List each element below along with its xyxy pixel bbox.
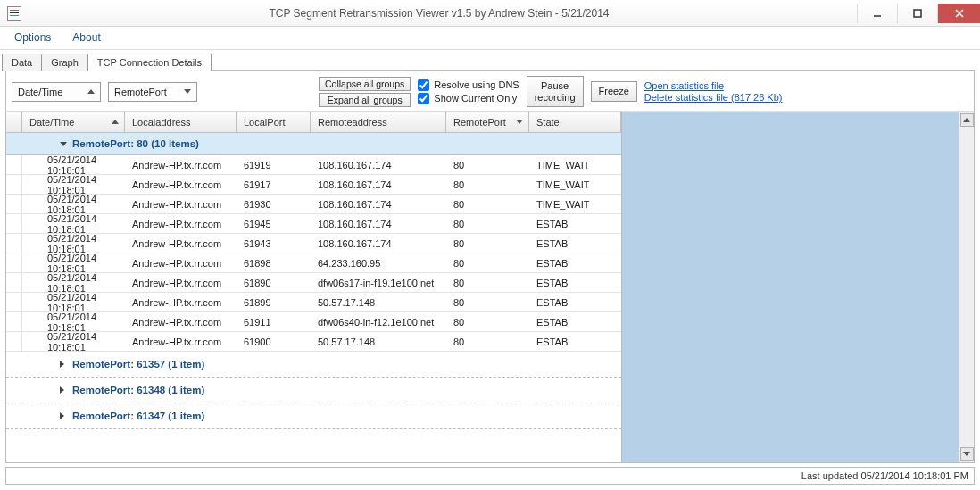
cell-state: TIME_WAIT <box>529 179 621 190</box>
current-only-checkbox-label[interactable]: Show Current Only <box>418 93 519 104</box>
cell-localport: 61899 <box>237 297 311 308</box>
table-row[interactable]: 05/21/2014 10:18:01Andrew-HP.tx.rr.com61… <box>6 195 621 214</box>
group-header-80[interactable]: RemotePort: 80 (10 items) <box>6 133 621 155</box>
cell-remoteaddress: 108.160.167.174 <box>311 160 446 170</box>
dns-checkbox[interactable] <box>418 79 429 91</box>
close-button[interactable] <box>937 4 980 23</box>
sort-field-2[interactable]: RemotePort <box>108 82 197 102</box>
cell-remoteaddress: 64.233.160.95 <box>311 258 446 269</box>
table-row[interactable]: 05/21/2014 10:18:01Andrew-HP.tx.rr.com61… <box>6 155 621 175</box>
cell-localport: 61900 <box>237 336 311 347</box>
window-title: TCP Segment Retransmission Viewer v1.5 b… <box>21 7 857 20</box>
cell-remoteport: 80 <box>446 317 529 328</box>
table-row[interactable]: 05/21/2014 10:18:01Andrew-HP.tx.rr.com61… <box>6 175 621 195</box>
cell-localaddress: Andrew-HP.tx.rr.com <box>125 278 237 288</box>
row-selector[interactable] <box>6 234 22 253</box>
row-selector[interactable] <box>6 293 22 311</box>
cell-remoteaddress: 50.57.17.148 <box>311 297 446 308</box>
cell-localaddress: Andrew-HP.tx.rr.com <box>125 258 237 269</box>
grid: Date/Time Localaddress LocalPort Remotea… <box>6 112 621 462</box>
menu-about[interactable]: About <box>62 27 111 49</box>
table-row[interactable]: 05/21/2014 10:18:01Andrew-HP.tx.rr.com61… <box>6 234 621 253</box>
freeze-button[interactable]: Freeze <box>591 81 637 102</box>
cell-state: ESTAB <box>529 297 621 308</box>
current-only-checkbox[interactable] <box>418 93 429 104</box>
scroll-up-button[interactable] <box>960 113 974 127</box>
cell-datetime: 05/21/2014 10:18:01 <box>22 253 125 274</box>
group-header-61347[interactable]: RemotePort: 61347 (1 item) <box>6 403 621 429</box>
toolbar-checks: Resolve using DNS Show Current Only <box>418 79 519 104</box>
statusbar: Last updated 05/21/2014 10:18:01 PM <box>5 467 975 485</box>
cell-localaddress: Andrew-HP.tx.rr.com <box>125 179 237 190</box>
col-remoteport[interactable]: RemotePort <box>446 112 529 132</box>
scrollbar[interactable] <box>959 112 974 462</box>
group-header-61357[interactable]: RemotePort: 61357 (1 item) <box>6 352 621 378</box>
cell-state: TIME_WAIT <box>529 160 621 170</box>
cell-datetime: 05/21/2014 10:18:01 <box>22 154 125 176</box>
collapse-all-button[interactable]: Collapse all groups <box>319 77 411 91</box>
cell-remoteport: 80 <box>446 297 529 308</box>
sort-field-1[interactable]: Date/Time <box>12 82 101 102</box>
table-row[interactable]: 05/21/2014 10:18:01Andrew-HP.tx.rr.com61… <box>6 293 621 312</box>
cell-localaddress: Andrew-HP.tx.rr.com <box>125 219 237 229</box>
col-state[interactable]: State <box>529 112 621 132</box>
table-row[interactable]: 05/21/2014 10:18:01Andrew-HP.tx.rr.com61… <box>6 273 621 293</box>
table-row[interactable]: 05/21/2014 10:18:01Andrew-HP.tx.rr.com61… <box>6 332 621 352</box>
cell-remoteaddress: 108.160.167.174 <box>311 219 446 229</box>
stats-links: Open statistics file Delete statistics f… <box>644 80 783 103</box>
row-selector[interactable] <box>6 312 22 331</box>
col-localport[interactable]: LocalPort <box>237 112 311 132</box>
cell-datetime: 05/21/2014 10:18:01 <box>22 311 125 333</box>
tabbar: Data Graph TCP Connection Details <box>0 50 980 70</box>
row-selector[interactable] <box>6 273 22 292</box>
table-row[interactable]: 05/21/2014 10:18:01Andrew-HP.tx.rr.com61… <box>6 214 621 234</box>
cell-datetime: 05/21/2014 10:18:01 <box>22 331 125 353</box>
table-row[interactable]: 05/21/2014 10:18:01Andrew-HP.tx.rr.com61… <box>6 253 621 273</box>
cell-remoteport: 80 <box>446 199 529 210</box>
row-selector-header[interactable] <box>6 112 22 132</box>
cell-remoteport: 80 <box>446 160 529 170</box>
cell-localport: 61945 <box>237 219 311 229</box>
group-buttons: Collapse all groups Expand all groups <box>319 77 411 107</box>
row-selector[interactable] <box>6 195 22 213</box>
cell-localport: 61943 <box>237 238 311 249</box>
group-header-61348[interactable]: RemotePort: 61348 (1 item) <box>6 378 621 403</box>
row-selector[interactable] <box>6 214 22 233</box>
expand-all-button[interactable]: Expand all groups <box>319 93 411 107</box>
row-selector[interactable] <box>6 332 22 351</box>
cell-datetime: 05/21/2014 10:18:01 <box>22 233 125 254</box>
maximize-button[interactable] <box>897 4 937 23</box>
cell-remoteport: 80 <box>446 219 529 229</box>
dropdown-icon <box>516 120 523 124</box>
tab-data[interactable]: Data <box>2 54 42 71</box>
minimize-button[interactable] <box>857 4 897 23</box>
col-localaddress[interactable]: Localaddress <box>125 112 237 132</box>
cell-state: ESTAB <box>529 336 621 347</box>
tab-connection-details[interactable]: TCP Connection Details <box>87 54 212 71</box>
tab-graph[interactable]: Graph <box>41 54 88 71</box>
row-selector[interactable] <box>6 253 22 272</box>
cell-remoteport: 80 <box>446 179 529 190</box>
row-selector[interactable] <box>6 175 22 194</box>
cell-datetime: 05/21/2014 10:18:01 <box>22 174 125 195</box>
table-row[interactable]: 05/21/2014 10:18:01Andrew-HP.tx.rr.com61… <box>6 312 621 332</box>
cell-datetime: 05/21/2014 10:18:01 <box>22 292 125 313</box>
cell-localport: 61911 <box>237 317 311 328</box>
cell-remoteaddress: 108.160.167.174 <box>311 179 446 190</box>
dns-checkbox-label[interactable]: Resolve using DNS <box>418 79 519 91</box>
status-text: Last updated 05/21/2014 10:18:01 PM <box>801 470 968 481</box>
cell-state: ESTAB <box>529 317 621 328</box>
menu-options[interactable]: Options <box>4 27 62 49</box>
col-datetime[interactable]: Date/Time <box>22 112 125 132</box>
cell-remoteaddress: dfw06s17-in-f19.1e100.net <box>311 278 446 288</box>
scroll-down-button[interactable] <box>960 447 974 461</box>
row-selector[interactable] <box>6 155 22 174</box>
cell-localaddress: Andrew-HP.tx.rr.com <box>125 297 237 308</box>
pause-recording-button[interactable]: Pause recording <box>527 76 584 107</box>
sort-field-1-label: Date/Time <box>18 87 62 97</box>
side-panel <box>621 112 974 462</box>
cell-datetime: 05/21/2014 10:18:01 <box>22 213 125 235</box>
open-stats-link[interactable]: Open statistics file <box>644 80 783 91</box>
col-remoteaddress[interactable]: Remoteaddress <box>311 112 446 132</box>
delete-stats-link[interactable]: Delete statistics file (817.26 Kb) <box>644 92 783 103</box>
